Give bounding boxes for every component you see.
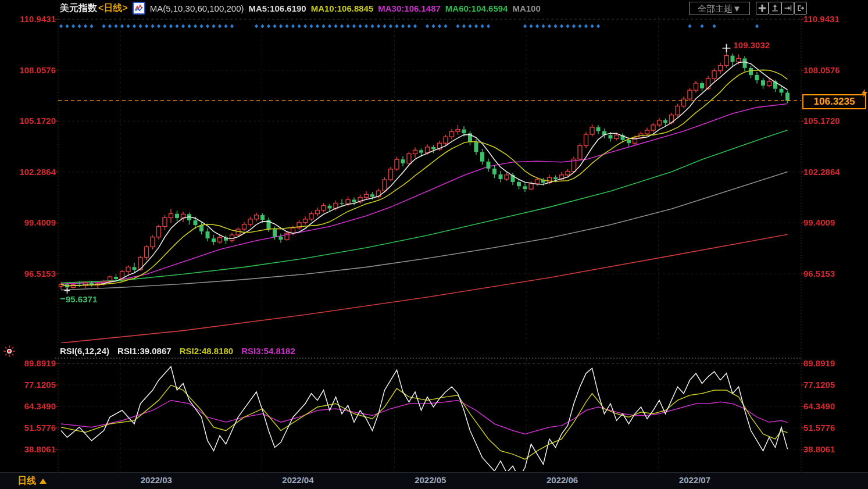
rsi-params-label: RSI(6,12,24) <box>60 346 109 356</box>
time-axis-month-label: 2022/04 <box>282 475 313 485</box>
period-selector-label: 日线 <box>17 475 36 487</box>
price-axis-label-left: 102.2864 <box>0 167 56 177</box>
rsi-axis-label-left: 77.1205 <box>0 380 56 390</box>
price-axis-label-left: 99.4009 <box>0 217 56 227</box>
rsi-axis-label-left: 51.5776 <box>0 423 56 433</box>
time-axis-month-label: 2022/06 <box>546 475 578 485</box>
time-axis-month-label: 2022/05 <box>415 475 446 485</box>
chart-logo-icon <box>133 2 145 15</box>
axis-scale-right-icon[interactable] <box>781 2 794 15</box>
trading-chart-app: 美元指数 <日线> MA(5,10,30,60,100,200) MA5:106… <box>0 0 868 489</box>
rsi-axis-label-left: 64.3490 <box>0 401 56 411</box>
rsi-axis-label-right: 64.3490 <box>803 401 835 411</box>
theme-dropdown-button[interactable]: 全部主题▼ <box>689 2 750 15</box>
axis-scale-up-icon[interactable] <box>769 2 781 15</box>
period-tag: <日线> <box>98 2 128 15</box>
time-axis-month-label: 2022/07 <box>679 475 710 485</box>
rsi3-value: RSI3:54.8182 <box>241 346 295 356</box>
rsi-axis-label-right: 89.8919 <box>803 358 835 368</box>
flash-icon <box>861 89 868 99</box>
price-axis-label-left: 105.1720 <box>0 116 56 126</box>
low-price-annotation: 95.6371 <box>66 294 97 304</box>
price-axis-label-right: 105.1720 <box>803 116 840 126</box>
price-axis-label-right: 99.4009 <box>803 217 835 227</box>
ma30-value: MA30:106.1487 <box>378 3 441 13</box>
collapse-up-icon <box>40 479 47 484</box>
chart-header: 美元指数 <日线> MA(5,10,30,60,100,200) MA5:106… <box>0 0 868 16</box>
price-axis-label-right: 102.2864 <box>803 167 840 177</box>
ma100-value: MA100 <box>512 3 540 13</box>
rsi1-value: RSI1:39.0867 <box>117 346 172 356</box>
rsi-axis-label-right: 51.5776 <box>803 423 835 433</box>
rsi2-value: RSI2:48.8180 <box>180 346 234 356</box>
current-price-badge: 106.3235 <box>802 94 866 109</box>
ma10-value: MA10:106.8845 <box>311 3 374 13</box>
price-axis-label-right: 108.0576 <box>803 65 840 75</box>
export-panel-icon[interactable] <box>794 2 807 15</box>
period-selector-button[interactable]: 日线 <box>17 475 47 487</box>
ma-settings-label: MA(5,10,30,60,100,200) <box>150 3 244 13</box>
price-axis-label-left: 108.0576 <box>0 65 56 75</box>
price-axis-label-left: 96.5153 <box>0 269 56 279</box>
rsi-axis-label-right: 38.8061 <box>803 444 835 454</box>
high-price-annotation: 109.3032 <box>734 40 770 50</box>
ma60-value: MA60:104.6594 <box>445 3 508 13</box>
instrument-title: 美元指数 <box>60 2 97 15</box>
alert-sun-icon[interactable] <box>3 345 16 360</box>
ma5-value: MA5:106.6190 <box>248 3 306 13</box>
crosshair-icon[interactable] <box>756 2 769 15</box>
rsi-axis-label-left: 38.8061 <box>0 444 56 454</box>
rsi-header: RSI(6,12,24) RSI1:39.0867 RSI2:48.8180 R… <box>60 344 295 357</box>
time-axis-month-label: 2022/03 <box>141 475 172 485</box>
price-axis-label-right: 96.5153 <box>803 269 835 279</box>
chart-plot-area[interactable] <box>0 0 868 489</box>
rsi-axis-label-right: 77.1205 <box>803 380 835 390</box>
